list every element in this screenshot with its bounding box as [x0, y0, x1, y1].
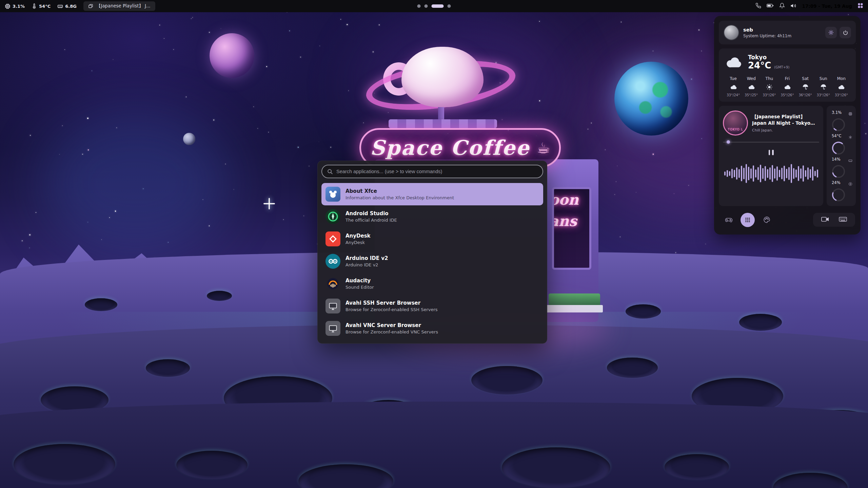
window-neon-text: oon — [552, 189, 589, 210]
star-flare — [269, 198, 270, 209]
memory-value: 6.8G — [65, 4, 77, 9]
waveform-bar — [724, 171, 726, 176]
weather-temperature: 24°C — [748, 60, 771, 70]
result-name: Arduino IDE v2 — [346, 255, 388, 261]
system-uptime: System Uptime: 4h11m — [743, 34, 791, 38]
gear-icon — [828, 29, 834, 36]
weather-forecast: Tue Wed Thu Fri Sat Sun Mon 33°/24° 35°/… — [724, 76, 850, 97]
star — [173, 49, 174, 50]
progress-handle[interactable] — [727, 140, 730, 144]
audacity-icon — [326, 276, 340, 291]
waveform-bar — [765, 166, 766, 181]
star — [865, 133, 866, 134]
result-anydesk[interactable]: AnyDeskAnyDesk — [321, 228, 543, 250]
waveform-bar — [769, 167, 771, 180]
cpu-gauge: 3.1% — [829, 109, 854, 133]
crater — [607, 358, 658, 378]
cpu-icon — [5, 3, 11, 9]
avatar — [724, 25, 739, 40]
star — [82, 154, 83, 155]
sun-icon — [760, 83, 778, 91]
workspace-dot-active[interactable] — [432, 4, 444, 8]
server-browser-icon — [326, 321, 340, 336]
star — [653, 154, 654, 155]
neon-sign-text: Space Coffee — [370, 136, 530, 160]
forecast-day: Sun — [814, 76, 832, 81]
result-avahi-ssh[interactable]: Avahi SSH Server BrowserBrowse for Zeroc… — [321, 295, 543, 317]
pause-button[interactable] — [765, 148, 777, 157]
taskbar-window-button[interactable]: 【Japanese Playlist】 J... — [83, 1, 155, 11]
waveform-bar — [814, 171, 816, 176]
waveform-bar — [810, 169, 811, 178]
star — [116, 127, 117, 128]
apps-button[interactable] — [741, 213, 755, 227]
star — [298, 147, 298, 147]
star — [64, 49, 65, 50]
arduino-icon — [326, 254, 340, 269]
media-player-card: TOKYO L 【Japanese Playlist】 Japan All Ni… — [719, 106, 823, 206]
waveform-bar — [734, 170, 735, 177]
waveform-bar — [772, 165, 773, 182]
result-about-xfce[interactable]: About XfceInformation about the Xfce Des… — [321, 183, 543, 205]
battery-button[interactable] — [767, 3, 774, 9]
star — [234, 189, 234, 189]
star — [257, 128, 258, 129]
controller-button[interactable] — [722, 213, 736, 227]
settings-button[interactable] — [825, 27, 837, 38]
workspace-dot[interactable] — [448, 4, 451, 8]
result-android-studio[interactable]: Android StudioThe official Android IDE — [321, 205, 543, 228]
media-progress-slider[interactable] — [723, 142, 819, 143]
star — [209, 32, 210, 33]
cloud-icon — [832, 83, 850, 91]
waveform-bar — [729, 171, 730, 176]
clock[interactable]: 17:09 - Tue, 19 Aug — [802, 3, 852, 9]
app-launcher: About XfceInformation about the Xfce Des… — [317, 161, 547, 344]
android-studio-icon — [326, 209, 340, 224]
star — [591, 123, 592, 123]
workspace-indicator — [417, 4, 451, 8]
disk-gauge: 24% — [829, 179, 854, 203]
star — [22, 240, 23, 241]
pause-icon — [769, 150, 770, 155]
result-arduino[interactable]: Arduino IDE v2Arduino IDE v2 — [321, 250, 543, 272]
forecast-temps: 33°/26° — [760, 93, 778, 97]
cpu-usage-value: 3.1% — [13, 4, 25, 9]
bell-icon — [779, 3, 785, 8]
phone-link-button[interactable] — [755, 3, 761, 9]
power-button[interactable] — [840, 27, 851, 38]
star — [300, 57, 301, 57]
search-input[interactable] — [336, 169, 538, 174]
waveform-bar — [786, 169, 787, 178]
forecast-temps: 35°/26° — [778, 93, 796, 97]
result-name: AnyDesk — [346, 233, 371, 239]
star — [213, 119, 214, 120]
volume-button[interactable] — [790, 3, 796, 10]
workspace-dot[interactable] — [417, 4, 421, 8]
launcher-results: About XfceInformation about the Xfce Des… — [321, 183, 543, 340]
record-button[interactable] — [821, 217, 829, 223]
waveform-bar — [757, 167, 759, 180]
workspace-dot[interactable] — [425, 4, 428, 8]
result-audacity[interactable]: AudacitySound Editor — [321, 272, 543, 295]
star — [62, 125, 63, 126]
disk-icon — [848, 181, 852, 187]
snowflake-icon — [848, 134, 852, 141]
result-desc: Browse for Zeroconf-enabled VNC Servers — [346, 329, 438, 334]
crater — [502, 447, 610, 488]
user-name: seb — [743, 27, 791, 33]
waveform-bar — [774, 168, 775, 179]
earth — [614, 62, 688, 136]
cloud-icon — [778, 83, 796, 91]
result-avahi-vnc[interactable]: Avahi VNC Server BrowserBrowse for Zeroc… — [321, 317, 543, 340]
app-grid-button[interactable] — [857, 3, 863, 9]
star — [701, 50, 702, 51]
keyboard-button[interactable] — [839, 217, 847, 223]
waveform-bar — [805, 170, 806, 177]
crater — [739, 314, 782, 331]
color-picker-button[interactable] — [760, 213, 774, 227]
crater — [146, 359, 190, 377]
star — [36, 212, 36, 213]
star — [303, 216, 304, 216]
notifications-button[interactable] — [779, 3, 785, 9]
weather-timezone: (GMT+9) — [774, 65, 789, 69]
